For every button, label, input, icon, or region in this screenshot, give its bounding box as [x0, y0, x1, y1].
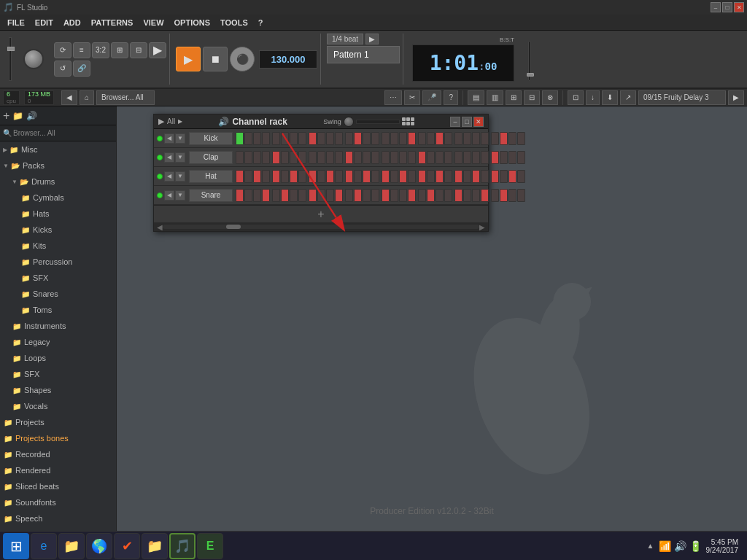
sidebar-search[interactable]: 🔍 Browser... All [0, 125, 116, 141]
kick-pad-4[interactable] [272, 132, 280, 145]
stop-button[interactable]: ⏹ [203, 47, 228, 71]
sidebar-item-toms[interactable]: 📁 Toms [0, 302, 116, 318]
cr-add-channel-btn[interactable]: + [154, 205, 488, 222]
sidebar-item-soundfonts[interactable]: 📁 Soundfonts [0, 494, 116, 510]
kick-pad-29[interactable] [500, 132, 508, 145]
browser-home-btn[interactable]: ⌂ [80, 90, 94, 105]
cr-scroll-right[interactable]: ▶ [479, 223, 485, 231]
menu-add[interactable]: ADD [59, 17, 85, 28]
hat-btn-a[interactable]: ◀ [164, 171, 174, 182]
kick-pad-20[interactable] [418, 132, 426, 145]
sidebar-item-percussion[interactable]: 📁 Percussion [0, 254, 116, 270]
kick-btn-a[interactable]: ◀ [164, 133, 174, 144]
sidebar-folder-btn[interactable]: 📁 [12, 111, 23, 121]
kick-pad-14[interactable] [363, 132, 371, 145]
kick-pad-25[interactable] [463, 132, 471, 145]
menu-help[interactable]: ? [254, 17, 268, 28]
cr-filter-arrow[interactable]: ▶ [178, 118, 182, 125]
toolbar-btn-8[interactable]: 🔗 [73, 61, 90, 77]
kick-pad-22[interactable] [436, 132, 444, 145]
toolbar-btn-3[interactable]: 3:2 [92, 42, 109, 58]
kick-pad-3[interactable] [262, 132, 270, 145]
function-btn-2[interactable]: ✂ [404, 90, 420, 105]
toolbar-btn-2[interactable]: ≡ [73, 42, 90, 58]
sidebar-item-rendered[interactable]: 📁 Rendered [0, 462, 116, 478]
sidebar-item-kits[interactable]: 📁 Kits [0, 238, 116, 254]
function-btn-4[interactable]: ? [444, 90, 458, 105]
function-btn-6[interactable]: ▥ [487, 90, 503, 105]
cr-scroll-track[interactable] [163, 225, 479, 229]
function-btn-9[interactable]: ⊗ [542, 90, 558, 105]
kick-name-btn[interactable]: Kick [189, 132, 233, 145]
kick-pad-11[interactable] [335, 132, 343, 145]
sidebar-item-legacy[interactable]: 📁 Legacy [0, 334, 116, 350]
sidebar-item-cymbals[interactable]: 📁 Cymbals [0, 190, 116, 206]
plugin-nav-btn[interactable]: ▶ [728, 90, 744, 105]
function-btn-12[interactable]: ⬇ [602, 90, 618, 105]
sidebar-item-recorded[interactable]: 📁 Recorded [0, 446, 116, 462]
taskbar-explorer[interactable]: 📁 [58, 533, 85, 559]
sidebar-item-hats[interactable]: 📁 Hats [0, 206, 116, 222]
cr-maximize-btn[interactable]: □ [462, 117, 472, 127]
sidebar-item-misc[interactable]: ▶ 📁 Misc [0, 141, 116, 158]
cr-grid-icon[interactable] [402, 117, 414, 125]
cr-expand-btn[interactable]: ▶ [158, 117, 164, 126]
kick-pad-26[interactable] [472, 132, 480, 145]
clap-name-btn[interactable]: Clap [189, 151, 233, 164]
menu-options[interactable]: OPTIONS [170, 17, 215, 28]
menu-patterns[interactable]: PATTERNS [87, 17, 138, 28]
kick-pad-16[interactable] [382, 132, 390, 145]
beat-btn[interactable]: 1/4 beat [327, 34, 363, 44]
kick-pad-7[interactable] [298, 132, 306, 145]
menu-edit[interactable]: EDIT [31, 17, 58, 28]
kick-pad-5[interactable] [281, 132, 289, 145]
browser-label[interactable]: Browser... All [96, 90, 155, 105]
kick-pad-21[interactable] [427, 132, 435, 145]
toolbar-btn-6[interactable]: ▶ [149, 42, 166, 58]
kick-pad-9[interactable] [317, 132, 325, 145]
kick-pad-0[interactable] [236, 132, 244, 145]
kick-pad-27[interactable] [481, 132, 489, 145]
kick-pad-28[interactable] [491, 132, 499, 145]
menu-tools[interactable]: TOOLS [216, 17, 252, 28]
kick-pad-1[interactable] [244, 132, 252, 145]
sidebar-item-sliced-beats[interactable]: 📁 Sliced beats [0, 478, 116, 494]
close-button[interactable]: ✕ [734, 2, 744, 12]
kick-btn-b[interactable]: ▼ [175, 133, 185, 144]
taskbar-flstudio[interactable]: 🎵 [169, 533, 196, 559]
taskbar-ie[interactable]: e [31, 533, 57, 559]
function-btn-7[interactable]: ⊞ [506, 90, 522, 105]
cr-scrollbar[interactable]: ◀ ▶ [154, 222, 488, 231]
kick-pad-23[interactable] [444, 132, 452, 145]
kick-pad-15[interactable] [371, 132, 379, 145]
taskbar-checklist[interactable]: ✔ [114, 533, 140, 559]
kick-pad-2[interactable] [253, 132, 261, 145]
sidebar-item-packs[interactable]: ▼ 📂 Packs [0, 158, 116, 174]
hat-name-btn[interactable]: Hat [189, 170, 233, 183]
sidebar-item-vocals[interactable]: 📁 Vocals [0, 398, 116, 414]
cr-scroll-left[interactable]: ◀ [157, 223, 163, 231]
hat-led[interactable] [157, 174, 163, 179]
taskbar-chrome[interactable]: 🌎 [86, 533, 112, 559]
menu-view[interactable]: VIEW [139, 17, 168, 28]
sidebar-item-speech[interactable]: 📁 Speech [0, 510, 116, 526]
volume-slider[interactable] [523, 37, 536, 81]
snare-name-btn[interactable]: Snare [189, 189, 233, 202]
minimize-button[interactable]: – [711, 2, 721, 12]
kick-pad-12[interactable] [345, 132, 353, 145]
systray-volume[interactable]: 🔊 [674, 540, 686, 552]
sidebar-item-shapes[interactable]: 📁 Shapes [0, 382, 116, 398]
kick-pad-13[interactable] [354, 132, 362, 145]
function-btn-5[interactable]: ▤ [468, 90, 484, 105]
sidebar-item-projects[interactable]: 📁 Projects [0, 414, 116, 430]
clap-btn-b[interactable]: ▼ [175, 152, 185, 163]
clap-btn-a[interactable]: ◀ [164, 152, 174, 163]
sidebar-item-snares[interactable]: 📁 Snares [0, 286, 116, 302]
toolbar-btn-4[interactable]: ⊞ [111, 42, 128, 58]
function-btn-11[interactable]: ↓ [586, 90, 600, 105]
cr-close-btn[interactable]: ✕ [473, 117, 484, 127]
sidebar-item-drums[interactable]: ▼ 📂 Drums [0, 174, 116, 190]
toolbar-btn-5[interactable]: ⊟ [130, 42, 147, 58]
sidebar-item-projects-bones[interactable]: 📁 Projects bones [0, 430, 116, 446]
toolbar-btn-1[interactable]: ⟳ [54, 42, 71, 58]
